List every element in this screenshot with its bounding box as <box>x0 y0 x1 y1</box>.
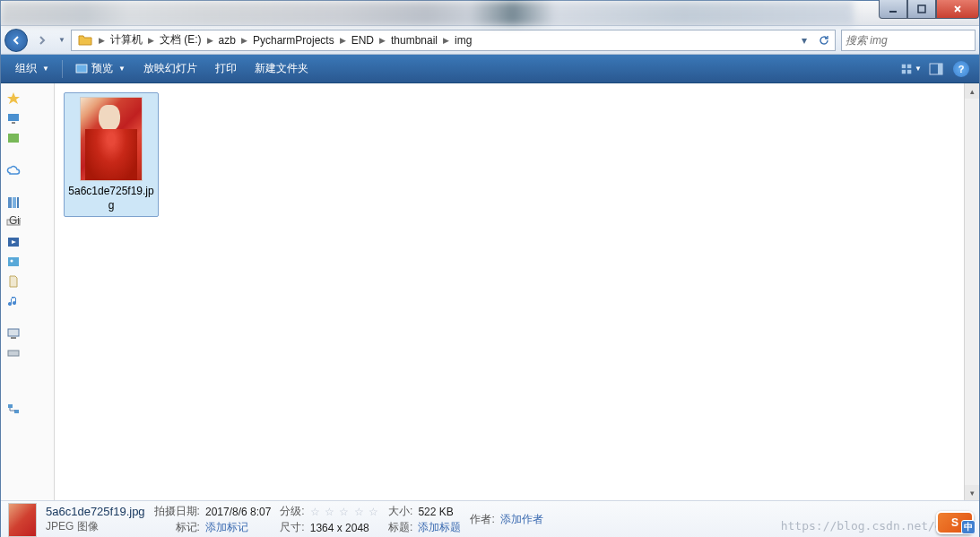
detail-tags-label: 标记: <box>154 520 200 535</box>
body-area: Git 5a6c1de725f19.jpg ▴ ▾ <box>1 83 979 500</box>
chevron-right-icon[interactable]: ▶ <box>207 36 213 45</box>
svg-rect-0 <box>889 11 897 13</box>
svg-rect-10 <box>8 114 19 121</box>
slideshow-label: 放映幻灯片 <box>143 61 197 76</box>
desktop-icon <box>6 111 21 126</box>
chevron-right-icon[interactable]: ▶ <box>148 36 154 45</box>
nav-documents[interactable] <box>1 272 54 291</box>
svg-rect-4 <box>902 64 906 67</box>
address-bar[interactable]: ▶ 计算机 ▶ 文档 (E:) ▶ azb ▶ PycharmProjects … <box>71 30 836 51</box>
history-dropdown[interactable]: ▼ <box>58 36 65 44</box>
nav-recent[interactable] <box>1 128 54 148</box>
slideshow-button[interactable]: 放映幻灯片 <box>136 57 204 80</box>
file-name-label: 5a6c1de725f19.jpg <box>68 185 154 212</box>
breadcrumb-item[interactable]: 文档 (E:) <box>156 32 205 48</box>
navigation-pane[interactable]: Git <box>1 83 55 500</box>
breadcrumb-item[interactable]: azb <box>215 34 239 47</box>
cloud-icon <box>6 163 21 178</box>
minimize-button[interactable] <box>879 0 907 19</box>
search-box[interactable] <box>841 30 976 51</box>
preview-pane-button[interactable] <box>925 58 947 80</box>
svg-rect-1 <box>918 5 925 13</box>
newfolder-button[interactable]: 新建文件夹 <box>247 57 316 80</box>
nav-disk[interactable] <box>1 343 54 363</box>
back-button[interactable] <box>4 29 28 52</box>
svg-rect-14 <box>13 197 16 208</box>
navigation-bar: ▼ ▶ 计算机 ▶ 文档 (E:) ▶ azb ▶ PycharmProject… <box>1 26 979 55</box>
svg-rect-15 <box>17 197 19 208</box>
preview-label: 预览 <box>91 61 113 76</box>
view-options-button[interactable]: ▼ <box>900 58 922 80</box>
scroll-down-button[interactable]: ▾ <box>965 485 979 500</box>
svg-rect-11 <box>12 122 15 124</box>
search-input[interactable] <box>846 34 980 47</box>
detail-rating-label: 分级: <box>280 504 304 519</box>
detail-author-label: 作者: <box>470 512 494 527</box>
ime-indicator[interactable]: S 中 <box>936 511 974 534</box>
nav-desktop[interactable] <box>1 108 54 128</box>
preview-icon <box>75 63 88 75</box>
titlebar[interactable] <box>1 1 979 26</box>
addr-dropdown-button[interactable]: ▾ <box>795 31 813 49</box>
separator <box>62 60 63 78</box>
video-icon <box>6 235 21 249</box>
svg-rect-19 <box>8 257 19 266</box>
nav-videos[interactable] <box>1 232 54 252</box>
explorer-window: ▼ ▶ 计算机 ▶ 文档 (E:) ▶ azb ▶ PycharmProject… <box>0 0 980 537</box>
picture-icon <box>6 255 21 269</box>
print-button[interactable]: 打印 <box>208 57 244 80</box>
detail-title-label: 标题: <box>388 520 412 535</box>
folder-icon <box>77 32 93 48</box>
detail-rating-stars[interactable]: ☆ ☆ ☆ ☆ ☆ <box>310 506 379 518</box>
nav-computer[interactable] <box>1 324 54 343</box>
svg-rect-23 <box>8 351 19 356</box>
forward-button[interactable] <box>30 29 55 52</box>
nav-pictures[interactable] <box>1 252 54 272</box>
nav-cloud[interactable] <box>1 160 54 180</box>
file-thumbnail <box>80 97 143 181</box>
detail-tags-value[interactable]: 添加标记 <box>205 520 271 535</box>
preview-menu[interactable]: 预览▼ <box>68 57 133 80</box>
chevron-right-icon[interactable]: ▶ <box>443 36 449 45</box>
detail-size-label: 大小: <box>388 504 412 519</box>
detail-title-value[interactable]: 添加标题 <box>418 520 461 535</box>
breadcrumb-item[interactable]: PycharmProjects <box>249 34 338 47</box>
svg-rect-21 <box>8 329 19 336</box>
svg-rect-9 <box>938 64 942 74</box>
maximize-button[interactable] <box>907 0 936 19</box>
file-item-selected[interactable]: 5a6c1de725f19.jpg <box>64 92 159 217</box>
detail-dims-label: 尺寸: <box>280 520 304 535</box>
nav-favorites[interactable] <box>1 89 54 108</box>
nav-git[interactable]: Git <box>1 212 54 232</box>
breadcrumb-item[interactable]: END <box>348 34 377 47</box>
help-button[interactable]: ? <box>950 58 972 80</box>
breadcrumb-item[interactable]: img <box>451 34 475 47</box>
detail-size-value: 522 KB <box>418 506 461 518</box>
nav-libraries[interactable] <box>1 193 54 212</box>
ime-sub: 中 <box>961 520 976 534</box>
detail-author-value[interactable]: 添加作者 <box>500 512 543 527</box>
file-list[interactable]: 5a6c1de725f19.jpg ▴ ▾ <box>55 83 979 500</box>
svg-rect-5 <box>907 64 911 67</box>
svg-point-20 <box>11 260 13 263</box>
chevron-right-icon[interactable]: ▶ <box>379 36 386 45</box>
refresh-button[interactable] <box>815 31 833 49</box>
organize-menu[interactable]: 组织▼ <box>8 57 56 80</box>
detail-dims-value: 1364 x 2048 <box>310 522 379 534</box>
ime-main: S <box>951 516 958 529</box>
breadcrumb-item[interactable]: 计算机 <box>107 32 146 48</box>
svg-rect-22 <box>11 337 16 339</box>
vertical-scrollbar[interactable]: ▴ ▾ <box>964 83 979 500</box>
chevron-right-icon[interactable]: ▶ <box>241 36 247 45</box>
breadcrumb-item[interactable]: thumbnail <box>387 34 441 47</box>
scroll-up-button[interactable]: ▴ <box>965 83 979 99</box>
recent-icon <box>6 131 21 145</box>
library-icon <box>6 195 21 210</box>
organize-label: 组织 <box>15 61 37 76</box>
nav-music[interactable] <box>1 291 54 311</box>
nav-network[interactable] <box>1 399 54 419</box>
chevron-right-icon[interactable]: ▶ <box>340 36 346 45</box>
detail-thumbnail <box>8 503 37 537</box>
close-button[interactable] <box>936 0 979 19</box>
chevron-right-icon[interactable]: ▶ <box>99 36 105 45</box>
